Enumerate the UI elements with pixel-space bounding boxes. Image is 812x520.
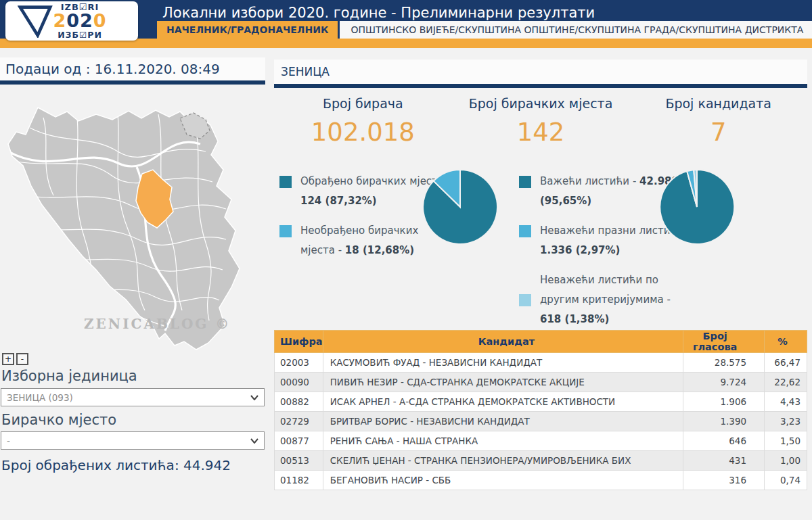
bosnia-map[interactable]: ZENICABLOG © xyxy=(0,85,265,352)
column-header-percent: % xyxy=(765,331,807,353)
legend-value: 1.336 (2,97%) xyxy=(540,241,658,260)
cell-percent: 66,47 xyxy=(765,353,807,373)
polling-stations-pie-chart xyxy=(420,166,501,247)
results-table-head: Шифра Кандидат Број гласова % xyxy=(275,331,807,353)
legend-text: Необрађено бирачких xyxy=(300,221,422,241)
legend-text-part: мјеста - xyxy=(300,244,345,256)
cell-percent: 4,43 xyxy=(765,392,807,412)
tab-bar: НАЧЕЛНИК/ГРАДОНАЧЕЛНИК ОПШТИНСКО ВИЈЕЋЕ/… xyxy=(157,21,812,39)
column-header-candidate: Кандидат xyxy=(323,331,683,353)
cell-votes: 1.390 xyxy=(683,412,765,431)
cell-code: 02729 xyxy=(275,412,323,431)
table-row: 01182 БЕГАНОВИЋ НАСИР - СББ 316 0,74 xyxy=(275,471,807,490)
polling-place-label: Бирачко мјесто xyxy=(1,412,116,428)
electoral-unit-label: Изборна јединица xyxy=(1,368,137,384)
logo-year: 2020 xyxy=(39,12,120,30)
map-zoom-controls: + - xyxy=(2,353,28,365)
page-title: Локални избори 2020. године - Прелиминар… xyxy=(162,5,595,21)
legend-swatch-medium-blue xyxy=(519,225,531,237)
ballots-legend: Важећи листићи - 42.988 (95,65%) Неважећ… xyxy=(519,172,658,339)
polling-place-select[interactable]: - xyxy=(1,431,265,450)
cell-code: 02003 xyxy=(275,353,323,373)
cell-percent: 0,74 xyxy=(765,471,807,490)
legend-text: Обрађено бирачких мјеста - xyxy=(300,172,422,191)
legend-text: другим критеријумима - xyxy=(540,290,658,310)
cell-candidate: КАСУМОВИЋ ФУАД - НЕЗАВИСНИ КАНДИДАТ xyxy=(323,353,683,373)
stat-voters-value: 102.018 xyxy=(274,118,452,147)
cell-candidate: СКЕЛИЋ ЏЕНАН - СТРАНКА ПЕНЗИОНЕРА/УМИРОВ… xyxy=(323,451,683,471)
legend-item-unprocessed: Необрађено бирачких мјеста - 18 (12,68%) xyxy=(279,221,422,260)
cell-percent: 1,50 xyxy=(765,431,807,451)
cell-votes: 646 xyxy=(683,431,765,451)
legend-value: мјеста - 18 (12,68%) xyxy=(300,241,422,260)
data-timestamp: Подаци од : 16.11.2020. 08:49 xyxy=(0,57,265,80)
cell-code: 00877 xyxy=(275,431,323,451)
stat-voters-label: Број бирача xyxy=(274,96,452,111)
stat-voters: Број бирача 102.018 xyxy=(274,92,452,147)
cell-votes: 316 xyxy=(683,471,765,490)
cell-candidate: БРИТВАР БОРИС - НЕЗАВИСНИ КАНДИДАТ xyxy=(323,412,683,431)
results-table-body: 02003 КАСУМОВИЋ ФУАД - НЕЗАВИСНИ КАНДИДА… xyxy=(275,353,807,490)
charts-section: Обрађено бирачких мјеста - 124 (87,32%) … xyxy=(274,162,807,325)
legend-text: Важећи листићи - 42.988 xyxy=(540,172,658,191)
cell-votes: 28.575 xyxy=(683,353,765,373)
cell-candidate: ПИВИЋ НЕЗИР - СДА-СТРАНКА ДЕМОКРАТСКЕ АК… xyxy=(323,373,683,392)
stat-candidates-label: Број кандидата xyxy=(629,96,807,111)
legend-text: Неважећи празни листићи - xyxy=(540,221,658,241)
legend-item-processed: Обрађено бирачких мјеста - 124 (87,32%) xyxy=(279,172,422,211)
cell-votes: 431 xyxy=(683,451,765,471)
stat-polling-stations-value: 142 xyxy=(452,118,630,147)
stat-candidates-value: 7 xyxy=(629,118,807,147)
cell-votes: 1.906 xyxy=(683,392,765,412)
map-zoom-in-button[interactable]: + xyxy=(2,353,14,365)
map-watermark: ZENICABLOG © xyxy=(84,316,231,332)
table-row: 00090 ПИВИЋ НЕЗИР - СДА-СТРАНКА ДЕМОКРАТ… xyxy=(275,373,807,392)
legend-swatch-medium-blue xyxy=(279,225,292,237)
cell-percent: 3,23 xyxy=(765,412,807,431)
results-table-header-row: Шифра Кандидат Број гласова % xyxy=(275,331,807,353)
legend-item-invalid-other: Неважећи листићи по другим критеријумима… xyxy=(519,270,658,329)
table-row: 02729 БРИТВАР БОРИС - НЕЗАВИСНИ КАНДИДАТ… xyxy=(275,412,807,431)
cell-percent: 1,00 xyxy=(765,451,807,471)
map-zoom-out-button[interactable]: - xyxy=(16,353,28,365)
bosnia-map-svg[interactable] xyxy=(3,87,263,351)
column-header-votes: Број гласова xyxy=(683,331,765,353)
ballots-pie-chart xyxy=(656,166,738,247)
izbori-2020-logo: IZB☑RI 2020 ИЗБ☑РИ xyxy=(5,1,138,41)
cell-candidate: РЕНИЋ САЊА - НАША СТРАНКА xyxy=(323,431,683,451)
cell-percent: 22,62 xyxy=(765,373,807,392)
stat-candidates: Број кандидата 7 xyxy=(629,92,807,147)
table-row: 00513 СКЕЛИЋ ЏЕНАН - СТРАНКА ПЕНЗИОНЕРА/… xyxy=(275,451,807,471)
cell-candidate: ИСАК АРНЕЛ - А-СДА СТРАНКА ДЕМОКРАТСКЕ А… xyxy=(323,392,683,412)
stat-polling-stations-label: Број бирачких мјеста xyxy=(452,96,630,111)
tab-nacelnik-gradonacelnik[interactable]: НАЧЕЛНИК/ГРАДОНАЧЕЛНИК xyxy=(157,21,338,39)
table-row: 02003 КАСУМОВИЋ ФУАД - НЕЗАВИСНИ КАНДИДА… xyxy=(275,353,807,373)
processed-ballots-count: Број обрађених листића: 44.942 xyxy=(1,457,231,473)
electoral-unit-select[interactable]: ЗЕНИЦА (093) xyxy=(1,388,265,406)
cell-votes: 9.724 xyxy=(683,373,765,392)
chevron-down-icon xyxy=(250,438,258,444)
cell-code: 01182 xyxy=(275,471,323,490)
logo-text-bottom: ИЗБ☑РИ xyxy=(39,30,120,40)
polling-stations-legend: Обрађено бирачких мјеста - 124 (87,32%) … xyxy=(279,172,422,270)
chevron-down-icon xyxy=(250,395,258,400)
legend-item-invalid-blank: Неважећи празни листићи - 1.336 (2,97%) xyxy=(519,221,658,260)
polling-place-value: - xyxy=(7,435,10,446)
table-row: 00877 РЕНИЋ САЊА - НАША СТРАНКА 646 1,50 xyxy=(275,431,807,451)
cell-candidate: БЕГАНОВИЋ НАСИР - СББ xyxy=(323,471,683,490)
column-header-code: Шифра xyxy=(275,331,323,353)
electoral-unit-value: ЗЕНИЦА (093) xyxy=(7,392,73,403)
legend-value-bold: 18 (12,68%) xyxy=(345,244,414,256)
tab-opstinsko-vijece[interactable]: ОПШТИНСКО ВИЈЕЋЕ/СКУПШТИНА ОПШТИНЕ/СКУПШ… xyxy=(340,21,812,39)
summary-stats: Број бирача 102.018 Број бирачких мјеста… xyxy=(274,92,807,147)
results-table: Шифра Кандидат Број гласова % 02003 КАСУ… xyxy=(274,330,807,490)
legend-swatch-dark-teal xyxy=(519,176,531,188)
table-row: 00882 ИСАК АРНЕЛ - А-СДА СТРАНКА ДЕМОКРА… xyxy=(275,392,807,412)
region-underline xyxy=(274,84,807,88)
stat-polling-stations: Број бирачких мјеста 142 xyxy=(452,92,630,147)
cell-code: 00090 xyxy=(275,373,323,392)
legend-swatch-dark-teal xyxy=(279,176,292,188)
legend-value: 124 (87,32%) xyxy=(300,191,422,211)
cell-code: 00882 xyxy=(275,392,323,412)
legend-item-valid: Важећи листићи - 42.988 (95,65%) xyxy=(519,172,658,211)
